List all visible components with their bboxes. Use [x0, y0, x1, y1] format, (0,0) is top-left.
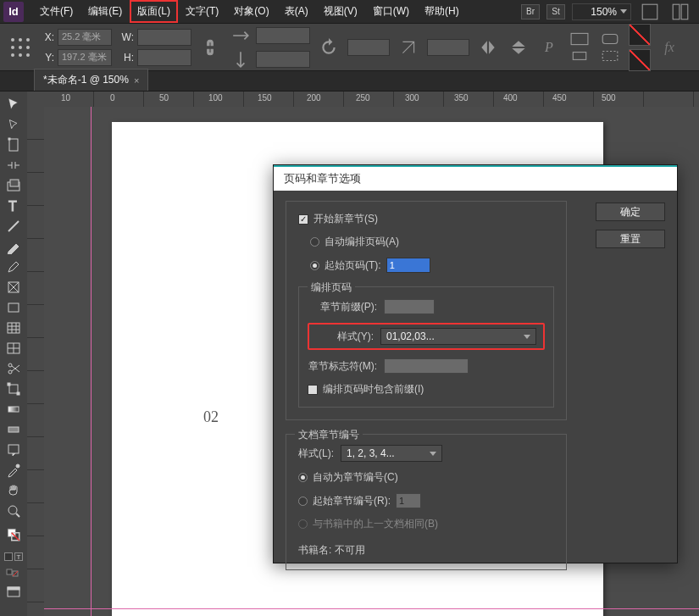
tool-panel: T T — [0, 92, 27, 616]
scale-x-field[interactable] — [256, 27, 310, 44]
flip-v-icon[interactable] — [507, 37, 530, 58]
svg-rect-1 — [673, 4, 680, 19]
doc-style-value: 1, 2, 3, 4... — [347, 447, 395, 459]
menu-edit[interactable]: 编辑(E) — [80, 0, 130, 23]
include-prefix-checkbox[interactable] — [308, 385, 318, 395]
auto-section-num-radio[interactable] — [298, 473, 308, 482]
shear-field[interactable] — [427, 39, 469, 56]
page-style-dropdown[interactable]: 01,02,03... — [380, 328, 536, 345]
note-tool[interactable] — [3, 441, 25, 459]
menu-object[interactable]: 对象(O) — [226, 0, 276, 23]
section-marker-label: 章节标志符(M): — [308, 359, 377, 374]
doc-style-dropdown[interactable]: 1, 2, 3, 4... — [341, 445, 442, 462]
page-tool[interactable] — [3, 136, 25, 154]
flip-h-icon[interactable] — [476, 37, 500, 58]
h-field[interactable] — [137, 49, 191, 66]
ruler-h-mark: 400 — [503, 93, 518, 103]
y-field[interactable]: 197.2 毫米 — [58, 49, 112, 66]
color-apply-toggle[interactable]: T — [3, 549, 25, 564]
view-options-icon[interactable] — [638, 2, 662, 22]
bridge-button[interactable]: Br — [521, 4, 540, 19]
control-bar: X: 25.2 毫米 Y: 197.2 毫米 W: H: P — [0, 24, 699, 71]
svg-rect-39 — [8, 407, 19, 412]
menu-view[interactable]: 视图(V) — [316, 0, 365, 23]
zoom-tool[interactable] — [3, 502, 25, 520]
start-page-radio[interactable] — [310, 261, 319, 270]
start-page-input[interactable]: 1 — [386, 258, 430, 273]
section-prefix-input[interactable] — [384, 299, 435, 314]
direct-selection-tool[interactable] — [3, 115, 25, 134]
content-collector-tool[interactable] — [3, 176, 25, 195]
shear-icon[interactable] — [397, 37, 420, 58]
corner-icon[interactable] — [598, 31, 622, 47]
fill-none-icon[interactable] — [629, 24, 651, 46]
page-number-text: 02 — [203, 408, 219, 426]
reference-point-icon[interactable] — [8, 36, 32, 59]
menu-table[interactable]: 表(A) — [277, 0, 316, 23]
doc-style-label: 样式(L): — [298, 447, 334, 461]
menu-layout[interactable]: 版面(L) — [130, 0, 178, 23]
selection-tool[interactable] — [3, 95, 25, 114]
link-wh-icon[interactable] — [198, 37, 222, 58]
start-new-section-checkbox[interactable] — [298, 214, 308, 225]
document-tab[interactable]: *未命名-1 @ 150% × — [34, 69, 148, 91]
stroke-none-icon[interactable] — [629, 49, 651, 71]
fx-icon[interactable]: fx — [657, 37, 681, 58]
w-label: W: — [119, 31, 134, 43]
hand-tool[interactable] — [3, 481, 25, 500]
pencil-tool[interactable] — [3, 258, 25, 276]
auto-number-radio[interactable] — [310, 237, 319, 247]
menu-window[interactable]: 窗口(W) — [365, 0, 417, 23]
default-colors[interactable] — [3, 566, 25, 581]
table-cell-tool[interactable] — [3, 319, 25, 337]
svg-rect-12 — [571, 33, 588, 44]
section-marker-input[interactable] — [384, 358, 469, 374]
stock-button[interactable]: St — [546, 4, 565, 19]
x-label: X: — [39, 31, 54, 43]
reset-button[interactable]: 重置 — [596, 230, 665, 248]
scale-group — [229, 25, 310, 69]
scale-y-field[interactable] — [256, 51, 310, 68]
menu-type[interactable]: 文字(T) — [178, 0, 226, 23]
select-content-icon[interactable] — [568, 48, 591, 64]
menu-right-group: Br St 150% — [521, 2, 699, 22]
gradient-feather-tool[interactable] — [3, 420, 25, 439]
rectangle-frame-tool[interactable] — [3, 278, 25, 297]
screen-mode[interactable] — [3, 583, 25, 602]
tab-close-icon[interactable]: × — [134, 75, 139, 86]
gap-tool[interactable] — [3, 156, 25, 175]
svg-point-34 — [8, 370, 12, 374]
type-tool[interactable]: T — [3, 197, 25, 215]
section-prefix-label: 章节前缀(P): — [308, 300, 377, 314]
p-style-icon[interactable]: P — [537, 37, 561, 58]
scissors-tool[interactable] — [3, 359, 25, 378]
dashed-icon[interactable] — [598, 48, 622, 64]
start-section-num-input[interactable]: 1 — [396, 493, 421, 508]
fill-stroke-swap[interactable] — [3, 522, 25, 547]
free-transform-tool[interactable] — [3, 380, 25, 398]
guide-vertical[interactable] — [91, 107, 92, 616]
eyedropper-tool[interactable] — [3, 461, 25, 480]
gradient-swatch-tool[interactable] — [3, 400, 25, 419]
h-label: H: — [119, 52, 134, 64]
xy-group: X: 25.2 毫米 Y: 197.2 毫米 — [39, 29, 112, 66]
document-tab-title: *未命名-1 @ 150% — [43, 73, 129, 87]
start-section-num-radio[interactable] — [298, 497, 308, 506]
line-tool[interactable] — [3, 217, 25, 236]
svg-rect-48 — [7, 569, 12, 574]
rotate-icon[interactable] — [317, 37, 341, 58]
pen-tool[interactable] — [3, 237, 25, 256]
rotate-field[interactable] — [347, 39, 390, 56]
select-container-icon[interactable] — [568, 31, 591, 47]
x-field[interactable]: 25.2 毫米 — [58, 29, 112, 46]
arrange-icon[interactable] — [668, 2, 692, 22]
guide-horizontal[interactable] — [44, 608, 699, 609]
svg-point-7 — [19, 46, 22, 49]
rectangle-tool[interactable] — [3, 298, 25, 317]
ok-button[interactable]: 确定 — [596, 203, 665, 221]
zoom-dropdown[interactable]: 150% — [572, 3, 631, 20]
menu-file[interactable]: 文件(F) — [32, 0, 80, 23]
table-tool[interactable] — [3, 339, 25, 358]
w-field[interactable] — [137, 29, 191, 46]
menu-help[interactable]: 帮助(H) — [417, 0, 467, 23]
